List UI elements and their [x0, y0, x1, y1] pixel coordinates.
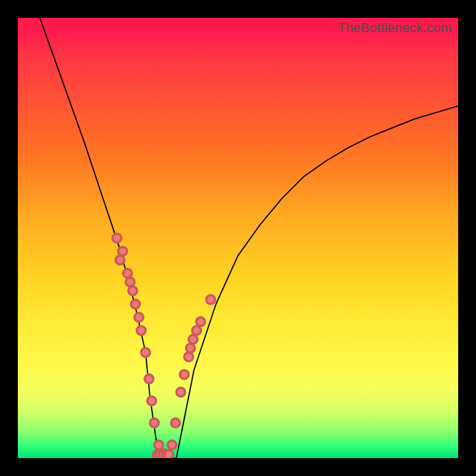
data-dot	[131, 300, 140, 309]
data-dot	[192, 326, 201, 335]
data-dot	[180, 370, 189, 379]
data-dot	[168, 440, 177, 449]
data-dot	[148, 396, 156, 405]
data-dot	[176, 388, 185, 397]
data-dot	[150, 418, 159, 427]
data-dot	[112, 234, 121, 243]
data-dot	[186, 344, 195, 353]
data-dot	[206, 295, 215, 304]
plot-area: TheBottleneck.com	[18, 18, 458, 458]
data-dot	[184, 352, 193, 361]
chart-frame: TheBottleneck.com	[0, 0, 476, 476]
data-dot	[123, 269, 132, 278]
watermark-text: TheBottleneck.com	[338, 20, 452, 36]
curve-svg	[18, 18, 458, 458]
data-dot	[154, 440, 163, 449]
data-dot	[126, 278, 134, 287]
data-dot	[129, 286, 137, 295]
bottleneck-curve	[40, 18, 458, 458]
data-dot	[141, 348, 150, 357]
data-dot	[115, 256, 124, 265]
data-dot	[118, 247, 127, 256]
data-dot	[196, 317, 205, 326]
data-dot	[171, 418, 180, 427]
data-dot	[164, 450, 173, 458]
data-dot	[189, 335, 198, 344]
data-dot	[145, 374, 154, 383]
data-dot	[134, 313, 143, 322]
data-dot	[137, 326, 146, 335]
